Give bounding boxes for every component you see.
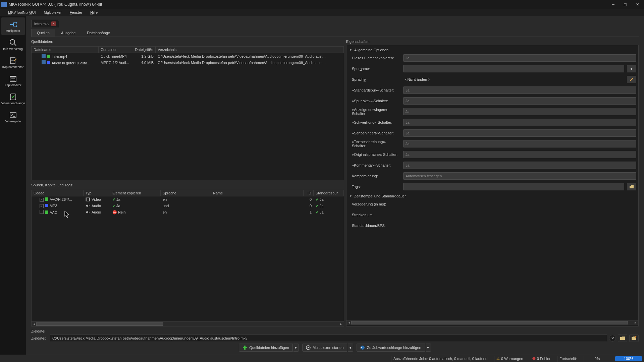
prop-input-hearing-flag[interactable]: Ja (403, 119, 636, 126)
group-zeitstempel[interactable]: ▼Zeitstempel und Standarddauer (348, 193, 636, 199)
sidebar-item-info-werkzeug[interactable]: Info-Werkzeug (1, 36, 25, 53)
multiplexer-icon (9, 20, 17, 29)
track-row[interactable]: ✓MP3 Audio✔ Jaund0✔ Ja (32, 203, 344, 209)
col-dateigroesse[interactable]: Dateigröße (132, 47, 156, 53)
svg-marker-0 (16, 22, 17, 24)
doc-tab-intro[interactable]: Intro.mkv ✕ (31, 20, 59, 27)
col-typ[interactable]: Typ (84, 190, 110, 196)
dest-browse-button[interactable] (618, 335, 627, 342)
window-title: MKVToolNix GUI v74.0.0 ('You Oughta Know… (9, 2, 608, 7)
menu-hilfe[interactable]: Hilfe (87, 10, 101, 15)
tracks-table[interactable]: Codec Typ Element kopieren Sprache Name … (31, 190, 344, 326)
tab-ausgabe[interactable]: Ausgabe (55, 29, 81, 37)
tags-browse-button[interactable] (627, 183, 636, 190)
svg-rect-15 (86, 198, 87, 201)
sidebar-item-kopfdateneditor[interactable]: Kopfdateneditor (1, 54, 25, 71)
sidebar-item-kapiteleditor[interactable]: Kapiteleditor (1, 72, 25, 89)
audio-type-icon (86, 210, 90, 214)
menubar: MKVToolNix GUI Multiplexer Fenster Hilfe (0, 9, 644, 16)
close-tab-icon[interactable]: ✕ (51, 21, 56, 26)
prop-input-compression[interactable]: Automatisch festlegen (403, 172, 636, 180)
scroll-right-arrow[interactable]: ▸ (339, 322, 343, 326)
sidebar-item-multiplexer[interactable]: Multiplexer (1, 17, 25, 35)
prop-input-active-flag[interactable]: Ja (403, 97, 636, 105)
minimize-button[interactable]: ─ (608, 1, 619, 8)
prop-label-bps: Standarddauer/BPS: (348, 224, 389, 228)
status-jobs: Auszuführende Jobs: 0 automatisch, 0 man… (391, 356, 489, 362)
props-hscrollbar[interactable]: ◂ ▸ (346, 320, 638, 325)
col-name[interactable]: Name (211, 190, 304, 196)
col-container[interactable]: Container (99, 47, 132, 53)
start-mux-button[interactable]: Multiplexen starten (302, 344, 347, 352)
col-sprache[interactable]: Sprache (161, 190, 211, 196)
group-allgemeine-optionen[interactable]: ▼Allgemeine Optionen (348, 47, 636, 53)
prop-input-forced-flag[interactable]: Ja (403, 108, 636, 115)
col-id[interactable]: ID (304, 190, 314, 196)
language-edit-button[interactable] (627, 76, 636, 83)
add-to-queue-dropdown[interactable]: ▾ (426, 344, 431, 352)
file-row[interactable]: Intro.mp4QuickTime/MP41.2 GiBC:\Users\st… (32, 53, 344, 59)
col-dateiname[interactable]: Dateiname (32, 47, 99, 53)
statusbar: Auszuführende Jobs: 0 automatisch, 0 man… (0, 355, 644, 362)
add-source-files-button[interactable]: Quelldateien hinzufügen (239, 344, 293, 352)
col-codec[interactable]: Codec (32, 190, 84, 196)
prop-input-language[interactable]: <Nicht ändern> (403, 76, 624, 83)
col-element-kopieren[interactable]: Element kopieren (110, 190, 161, 196)
prop-input-comment-flag[interactable]: Ja (403, 162, 636, 169)
prop-input-tags[interactable] (403, 183, 624, 190)
check-icon: ✔ (112, 197, 115, 201)
track-checkbox[interactable]: ✓ (40, 198, 44, 202)
source-files-label: Quelldateien: (31, 38, 344, 45)
trackname-dropdown-button[interactable]: ▾ (627, 65, 636, 72)
track-color-swatch (45, 204, 48, 207)
track-row[interactable]: AAC Audio⛔ Neinen1✔ Ja (32, 209, 344, 216)
properties-label: Eigenschaften: (346, 38, 639, 45)
prop-label-textdesc-flag: »Textbeschreibung«-Schalter: (348, 140, 400, 148)
scroll-left-arrow[interactable]: ◂ (32, 322, 36, 326)
menu-mkvtoolnix-gui[interactable]: MKVToolNix GUI (5, 10, 39, 15)
dest-recent-button[interactable] (629, 335, 639, 342)
warning-icon: ⚠ (496, 356, 500, 361)
status-warnings[interactable]: ⚠0 Warnungen (494, 356, 525, 362)
menu-fenster[interactable]: Fenster (66, 10, 86, 15)
prop-input-copy[interactable]: Ja (403, 54, 636, 62)
scroll-left-arrow[interactable]: ◂ (347, 320, 351, 325)
track-checkbox[interactable] (40, 210, 44, 214)
sidebar-label: Jobausgabe (5, 120, 21, 123)
status-progress-pct: 0% (584, 356, 610, 362)
header-editor-icon (9, 56, 17, 65)
tab-quellen[interactable]: Quellen (31, 29, 55, 37)
prop-input-trackname[interactable] (403, 65, 624, 72)
col-verzeichnis[interactable]: Verzeichnis (156, 47, 344, 53)
scroll-right-arrow[interactable]: ▸ (634, 320, 638, 325)
prop-input-default-flag[interactable]: Ja (403, 86, 636, 94)
dest-section-label: Zieldatei (31, 327, 639, 335)
dest-clear-button[interactable]: ✕ (609, 335, 616, 342)
prop-input-visual-flag[interactable]: Ja (403, 129, 636, 137)
properties-panel: ▼Allgemeine Optionen Dieses Element kopi… (346, 45, 639, 326)
prop-input-textdesc-flag[interactable]: Ja (403, 140, 636, 147)
add-to-queue-button[interactable]: Zu Jobwarteschlange hinzufügen (357, 344, 425, 352)
source-files-table[interactable]: Dateiname Container Dateigröße Verzeichn… (31, 46, 344, 180)
add-source-dropdown[interactable]: ▾ (293, 344, 299, 352)
track-row[interactable]: ✓AVC/H.264/... Video✔ Jaen0✔ Ja (32, 196, 344, 203)
tab-dateianhaenge[interactable]: Dateianhänge (81, 29, 116, 37)
file-color-swatch (47, 55, 50, 58)
tracks-hscrollbar[interactable]: ◂ ▸ (32, 321, 344, 326)
col-standardspur[interactable]: Standardspur (314, 190, 344, 196)
prop-input-origlang-flag[interactable]: Ja (403, 151, 636, 158)
dest-file-input[interactable]: C:\Users\stefa\4eck Media Dropbox\stefan… (50, 335, 607, 342)
prop-label-delay: Verzögerung (in ms): (348, 202, 389, 206)
collapse-triangle-icon: ▼ (349, 48, 352, 52)
sidebar-item-jobwarteschlange[interactable]: Jobwarteschlange (1, 90, 25, 107)
close-button[interactable]: ✕ (632, 1, 643, 8)
sidebar-label: Multiplexer (6, 29, 20, 33)
track-checkbox[interactable]: ✓ (40, 204, 44, 208)
plus-icon (243, 345, 247, 350)
menu-multiplexer[interactable]: Multiplexer (41, 10, 65, 15)
status-errors[interactable]: ⬣0 Fehler (530, 356, 552, 362)
maximize-button[interactable]: ▢ (620, 1, 631, 8)
sidebar-item-jobausgabe[interactable]: >_ Jobausgabe (1, 108, 25, 125)
start-mux-dropdown[interactable]: ▾ (348, 344, 353, 352)
file-row[interactable]: Audio in guter Qualitä...MPEG-1/2 Audi..… (32, 59, 344, 66)
